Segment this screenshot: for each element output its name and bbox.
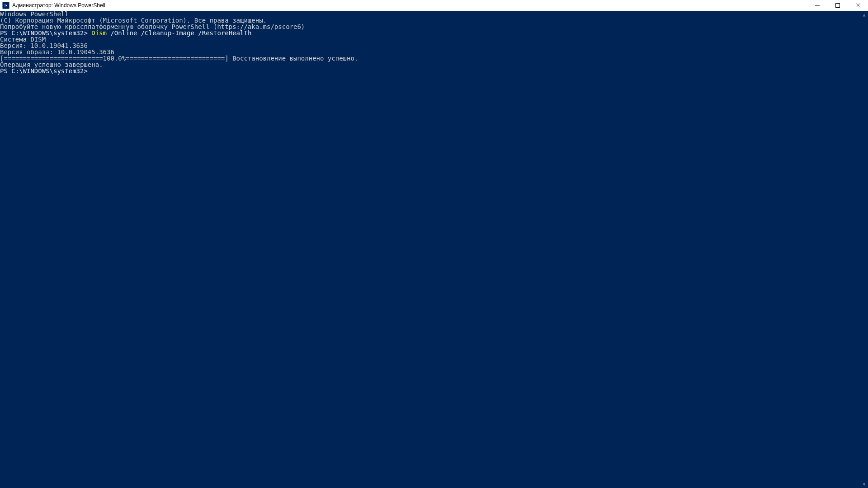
output-line: Версия образа: 10.0.19045.3636 [0,49,868,55]
prompt-line: PS C:\WINDOWS\system32> [0,68,868,74]
output-line: Windows PowerShell [0,11,868,17]
scroll-down-arrow-icon[interactable]: ▼ [860,480,868,488]
command-args: /Online /Cleanup-Image /RestoreHealth [107,29,251,37]
svg-rect-1 [835,4,840,8]
scroll-up-arrow-icon[interactable]: ▲ [860,11,868,19]
window-title: Администратор: Windows PowerShell [12,2,105,9]
maximize-icon [835,3,840,8]
window-controls [807,0,868,11]
vertical-scrollbar[interactable]: ▲ ▼ [860,11,868,488]
minimize-button[interactable] [807,0,827,11]
output-line: Cистема DISM [0,36,868,42]
minimize-icon [815,3,820,8]
output-line: (C) Корпорация Майкрософт (Microsoft Cor… [0,17,868,23]
progress-line: [==========================100.0%=======… [0,55,868,61]
close-button[interactable] [848,0,868,11]
titlebar[interactable]: ≥ Администратор: Windows PowerShell [0,0,868,11]
close-icon [856,3,860,8]
output-line: Попробуйте новую кроссплатформенную обол… [0,23,868,30]
powershell-icon-glyph: ≥ [5,3,7,8]
command-name: Dism [91,29,107,37]
powershell-window: ≥ Администратор: Windows PowerShell Wind… [0,0,868,488]
output-line: Версия: 10.0.19041.3636 [0,42,868,49]
command-line: PS C:\WINDOWS\system32> Dism /Online /Cl… [0,30,868,36]
maximize-button[interactable] [827,0,848,11]
titlebar-left: ≥ Администратор: Windows PowerShell [2,2,105,9]
terminal-body[interactable]: Windows PowerShell (C) Корпорация Майкро… [0,11,868,488]
output-line: Операция успешно завершена. [0,61,868,68]
powershell-icon: ≥ [2,2,9,9]
prompt: PS C:\WINDOWS\system32> [0,67,91,75]
